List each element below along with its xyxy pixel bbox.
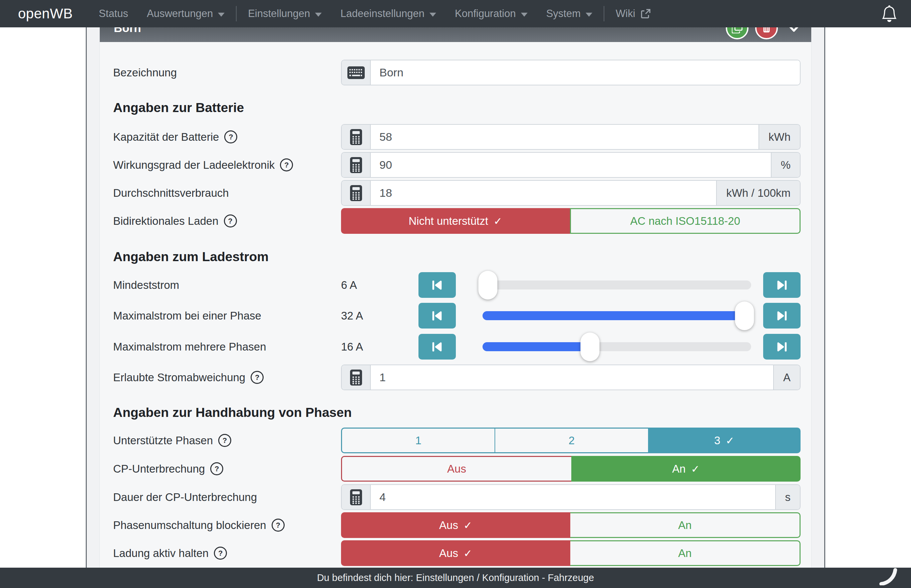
maximalstrom-eine-phase-slider-thumb[interactable] [735, 302, 754, 330]
help-icon[interactable]: ? [218, 434, 231, 447]
phone-arc-icon [877, 567, 902, 585]
phasen-option-2[interactable]: 2 [495, 428, 648, 453]
maximalstrom-eine-phase-value: 32 A [341, 310, 419, 322]
check-icon: ✓ [726, 435, 735, 447]
phasen-option-3[interactable]: 3 ✓ [648, 428, 801, 453]
help-icon[interactable]: ? [224, 131, 237, 144]
bezeichnung-input-group: Born [341, 60, 801, 86]
nav-item-auswertungen[interactable]: Auswertungen [138, 8, 234, 20]
stromabweichung-input-group: 1 A [341, 365, 801, 390]
nav-item-ladeeinstellungen[interactable]: Ladeeinstellungen [331, 8, 445, 20]
mindeststrom-max-button[interactable] [763, 272, 801, 298]
caret-down-icon [429, 13, 436, 17]
nav-item-wiki[interactable]: Wiki [606, 8, 660, 20]
help-icon[interactable]: ? [224, 215, 237, 228]
phasenumschaltung-toggle-group: Aus ✓ An [341, 512, 801, 538]
ladung-aktiv-label: Ladung aktiv halten ? [113, 547, 341, 560]
phasenumschaltung-option-aus[interactable]: Aus ✓ [341, 512, 570, 538]
nav-item-konfiguration[interactable]: Konfiguration [445, 8, 537, 20]
bidirektional-option-ac-iso15118[interactable]: AC nach ISO15118-20 [570, 208, 801, 234]
maximalstrom-eine-phase-label: Maximalstrom bei einer Phase [113, 310, 341, 322]
wirkungsgrad-input[interactable]: 90 [371, 153, 771, 177]
vehicle-card-body: Bezeichnung [100, 42, 811, 588]
brand-logo[interactable]: openWB [18, 6, 73, 22]
skip-start-icon [430, 278, 444, 292]
ladung-aktiv-option-an[interactable]: An [570, 540, 801, 566]
help-icon[interactable]: ? [214, 547, 227, 560]
cp-unterbrechung-option-aus[interactable]: Aus [341, 456, 571, 481]
caret-down-icon [521, 13, 528, 17]
maximalstrom-mehrere-phasen-row: Maximalstrom mehrere Phasen 16 A [113, 334, 801, 360]
caret-down-icon [586, 13, 592, 17]
maximalstrom-eine-phase-min-button[interactable] [419, 303, 456, 328]
mindeststrom-slider-thumb[interactable] [479, 271, 498, 299]
stromabweichung-row: Erlaubte Stromabweichung ? 1 A [113, 365, 801, 390]
check-icon: ✓ [691, 463, 700, 475]
cp-unterbrechung-option-an[interactable]: An ✓ [571, 456, 801, 481]
mindeststrom-slider[interactable] [482, 272, 751, 298]
skip-start-icon [430, 340, 444, 354]
caret-down-icon [315, 13, 322, 17]
kapazitaet-input[interactable]: 58 [371, 125, 759, 149]
caret-down-icon [218, 13, 225, 17]
maximalstrom-eine-phase-slider[interactable] [482, 303, 751, 328]
cp-dauer-label: Dauer der CP-Unterbrechung [113, 491, 341, 504]
cp-unterbrechung-toggle-group: Aus An ✓ [341, 456, 801, 481]
bidirektional-toggle-group: Nicht unterstützt ✓ AC nach ISO15118-20 [341, 208, 801, 234]
bezeichnung-input[interactable]: Born [371, 60, 800, 85]
nav-item-status[interactable]: Status [89, 8, 138, 20]
bidirektional-row: Bidirektionales Laden ? Nicht unterstütz… [113, 208, 801, 234]
phasen-row: Unterstützte Phasen ? 1 2 3 ✓ [113, 428, 801, 453]
calculator-addon [342, 181, 371, 205]
verbrauch-input[interactable]: 18 [371, 181, 716, 205]
mindeststrom-label: Mindeststrom [113, 279, 341, 291]
calculator-addon [342, 125, 371, 149]
wirkungsgrad-input-group: 90 % [341, 152, 801, 178]
check-icon: ✓ [463, 519, 472, 531]
phasenumschaltung-row: Phasenumschaltung blockieren ? Aus ✓ An [113, 512, 801, 538]
section-heading-ladestrom: Angaben zum Ladestrom [113, 249, 801, 265]
maximalstrom-mehrere-phasen-slider-thumb[interactable] [581, 333, 600, 361]
section-heading-phasen: Angaben zur Handhabung von Phasen [113, 405, 801, 420]
maximalstrom-mehrere-phasen-slider[interactable] [482, 334, 751, 360]
ladung-aktiv-toggle-group: Aus ✓ An [341, 540, 801, 566]
help-icon[interactable]: ? [251, 371, 264, 384]
nav-item-einstellungen[interactable]: Einstellungen [239, 8, 331, 20]
page-container: Born [86, 0, 825, 588]
kapazitaet-row: Kapazität der Batterie ? [113, 124, 801, 150]
skip-start-icon [430, 309, 444, 323]
cp-dauer-input[interactable]: 4 [371, 485, 775, 509]
phasen-option-1[interactable]: 1 [341, 428, 495, 453]
bidirektional-option-nicht-unterstuetzt[interactable]: Nicht unterstützt ✓ [341, 208, 570, 234]
phasenumschaltung-option-an[interactable]: An [570, 512, 801, 538]
maximalstrom-mehrere-phasen-max-button[interactable] [763, 334, 801, 360]
maximalstrom-eine-phase-max-button[interactable] [763, 303, 801, 328]
maximalstrom-eine-phase-row: Maximalstrom bei einer Phase 32 A [113, 303, 801, 328]
notifications-bell-button[interactable] [881, 5, 898, 24]
cp-dauer-input-group: 4 s [341, 484, 801, 510]
stromabweichung-input[interactable]: 1 [371, 365, 773, 389]
maximalstrom-mehrere-phasen-value: 16 A [341, 341, 419, 353]
stromabweichung-unit: A [773, 365, 800, 389]
mindeststrom-value: 6 A [341, 279, 419, 291]
verbrauch-input-group: 18 kWh / 100km [341, 180, 801, 206]
section-heading-batterie: Angaben zur Batterie [113, 100, 801, 116]
nav-item-system[interactable]: System [537, 8, 602, 20]
support-phone-button[interactable] [877, 567, 902, 587]
skip-end-icon [775, 278, 789, 292]
ladung-aktiv-option-aus[interactable]: Aus ✓ [341, 540, 570, 566]
stromabweichung-label: Erlaubte Stromabweichung ? [113, 371, 341, 384]
maximalstrom-mehrere-phasen-min-button[interactable] [419, 334, 456, 360]
nav-divider [604, 6, 604, 21]
wirkungsgrad-label: Wirkungsgrad der Ladeelektronik ? [113, 158, 341, 171]
mindeststrom-min-button[interactable] [419, 272, 456, 298]
calculator-icon [350, 157, 362, 173]
help-icon[interactable]: ? [210, 462, 223, 475]
calculator-addon [342, 153, 371, 177]
help-icon[interactable]: ? [272, 519, 285, 531]
ladung-aktiv-row: Ladung aktiv halten ? Aus ✓ An [113, 540, 801, 566]
help-icon[interactable]: ? [280, 158, 293, 171]
top-navbar: openWB Status Auswertungen Einstellungen… [0, 0, 911, 27]
cp-unterbrechung-row: CP-Unterbrechung ? Aus An ✓ [113, 456, 801, 481]
mindeststrom-row: Mindeststrom 6 A [113, 272, 801, 298]
